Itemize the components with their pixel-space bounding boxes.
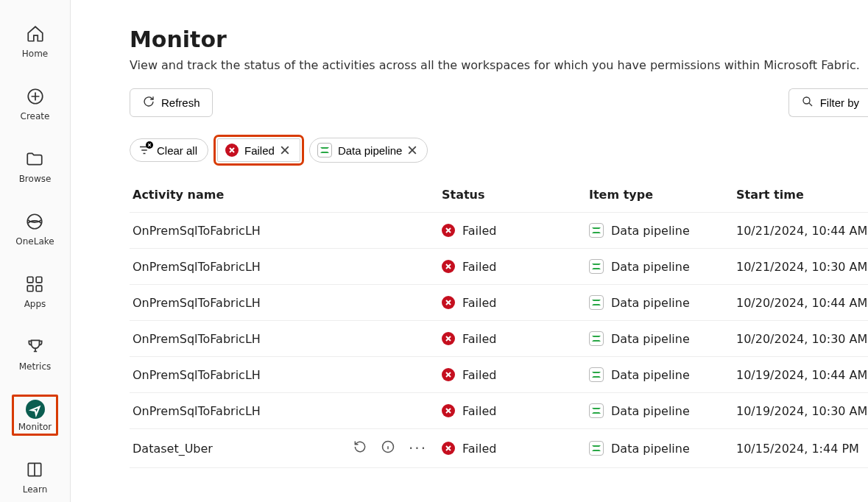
onelake-icon — [25, 212, 44, 233]
nav-item-home[interactable]: Home — [15, 19, 54, 63]
start-time-cell: 10/20/2024, 10:44 AM — [736, 296, 868, 310]
table-row[interactable]: OnPremSqlToFabricLH ··· Failed Data pipe… — [130, 357, 868, 393]
col-status[interactable]: Status — [442, 188, 589, 202]
col-activity-name[interactable]: Activity name — [133, 188, 442, 202]
pipeline-icon — [589, 295, 604, 310]
row-actions: ··· — [353, 439, 427, 457]
item-type-cell: Data pipeline — [611, 368, 690, 382]
pipeline-filter-chip[interactable]: Data pipeline — [309, 138, 428, 163]
failed-status-icon — [442, 404, 455, 417]
filter-clear-icon — [138, 144, 151, 157]
table-row[interactable]: OnPremSqlToFabricLH ··· Failed Data pipe… — [130, 393, 868, 429]
start-time-cell: 10/15/2024, 1:44 PM — [736, 442, 868, 456]
search-icon — [801, 95, 814, 110]
refresh-label: Refresh — [161, 96, 200, 109]
start-time-cell: 10/19/2024, 10:44 AM — [736, 368, 868, 382]
table-row[interactable]: OnPremSqlToFabricLH ··· Failed Data pipe… — [130, 213, 868, 249]
activity-name-cell: OnPremSqlToFabricLH — [133, 296, 261, 310]
item-type-cell: Data pipeline — [611, 442, 690, 456]
info-icon[interactable] — [381, 439, 395, 457]
nav-item-learn[interactable]: Learn — [16, 455, 54, 498]
col-start-time[interactable]: Start time — [736, 188, 868, 202]
pipeline-icon — [317, 143, 332, 158]
svg-rect-2 — [28, 277, 34, 283]
status-cell: Failed — [462, 260, 496, 274]
book-icon — [25, 460, 44, 481]
failed-status-icon — [442, 224, 455, 237]
refresh-button[interactable]: Refresh — [130, 88, 213, 117]
activity-name-cell: OnPremSqlToFabricLH — [133, 404, 261, 418]
start-time-cell: 10/20/2024, 10:30 AM — [736, 332, 868, 346]
apps-icon — [25, 275, 44, 296]
item-type-cell: Data pipeline — [611, 332, 690, 346]
clear-all-label: Clear all — [157, 144, 197, 157]
pipeline-icon — [589, 403, 604, 418]
failed-status-icon — [442, 368, 455, 381]
item-type-cell: Data pipeline — [611, 260, 690, 274]
activity-name-cell: OnPremSqlToFabricLH — [133, 368, 261, 382]
nav-label: Home — [22, 49, 48, 59]
failed-status-icon — [225, 144, 239, 157]
pipeline-chip-label: Data pipeline — [338, 144, 403, 157]
left-nav: Home Create Browse OneLake Apps — [0, 0, 71, 502]
table-row[interactable]: OnPremSqlToFabricLH ··· Failed Data pipe… — [130, 285, 868, 321]
trophy-icon — [26, 337, 45, 358]
pipeline-icon — [589, 259, 604, 274]
status-cell: Failed — [462, 442, 496, 456]
pipeline-icon — [589, 331, 604, 346]
pipeline-icon — [589, 223, 604, 238]
nav-label: Apps — [24, 299, 46, 309]
nav-item-browse[interactable]: Browse — [13, 144, 58, 188]
plus-circle-icon — [26, 87, 45, 108]
page-subtitle: View and track the status of the activit… — [130, 58, 868, 72]
rerun-icon[interactable] — [353, 439, 367, 457]
nav-item-apps[interactable]: Apps — [18, 269, 53, 313]
nav-label: Monitor — [18, 422, 52, 432]
refresh-icon — [142, 95, 155, 110]
nav-label: Browse — [19, 174, 52, 184]
compass-icon — [26, 400, 45, 419]
nav-label: OneLake — [15, 236, 54, 247]
failed-chip-label: Failed — [244, 144, 275, 157]
activity-table: Activity name Status Item type Start tim… — [130, 177, 868, 468]
nav-item-metrics[interactable]: Metrics — [13, 332, 58, 375]
start-time-cell: 10/21/2024, 10:30 AM — [736, 260, 868, 274]
clear-all-chip[interactable]: Clear all — [130, 138, 208, 162]
nav-item-onelake[interactable]: OneLake — [9, 207, 60, 250]
chip-remove-icon[interactable] — [408, 144, 417, 157]
svg-rect-4 — [28, 286, 34, 291]
svg-point-7 — [803, 97, 810, 104]
nav-label: Metrics — [19, 361, 52, 372]
activity-name-cell: Dataset_Uber — [133, 442, 213, 456]
svg-rect-3 — [37, 277, 43, 283]
table-header-row: Activity name Status Item type Start tim… — [130, 177, 868, 213]
pipeline-icon — [589, 367, 604, 382]
status-cell: Failed — [462, 224, 496, 238]
start-time-cell: 10/19/2024, 10:30 AM — [736, 404, 868, 418]
chip-remove-icon[interactable] — [280, 144, 289, 157]
table-row[interactable]: OnPremSqlToFabricLH ··· Failed Data pipe… — [130, 249, 868, 285]
filter-label: Filter by — [820, 96, 859, 109]
status-cell: Failed — [462, 332, 496, 346]
nav-label: Create — [21, 111, 50, 121]
toolbar: Refresh — [130, 88, 868, 117]
table-row[interactable]: Dataset_Uber ··· Failed Data pipeline 10… — [130, 429, 868, 468]
col-item-type[interactable]: Item type — [589, 188, 736, 202]
main-content: Monitor View and track the status of the… — [71, 0, 868, 502]
start-time-cell: 10/21/2024, 10:44 AM — [736, 224, 868, 238]
status-cell: Failed — [462, 368, 496, 382]
table-row[interactable]: OnPremSqlToFabricLH ··· Failed Data pipe… — [130, 321, 868, 357]
page-title: Monitor — [130, 26, 868, 52]
filter-button[interactable]: Filter by — [788, 88, 868, 117]
failed-status-icon — [442, 296, 455, 309]
svg-rect-5 — [37, 286, 43, 291]
filter-chips: Clear all Failed Data pipeline — [130, 138, 868, 163]
nav-item-create[interactable]: Create — [14, 82, 57, 125]
failed-status-icon — [442, 442, 455, 455]
nav-label: Learn — [23, 484, 48, 495]
more-icon[interactable]: ··· — [409, 445, 427, 452]
failed-status-icon — [442, 260, 455, 273]
failed-filter-chip[interactable]: Failed — [217, 138, 300, 162]
status-cell: Failed — [462, 404, 496, 418]
nav-item-monitor[interactable]: Monitor — [12, 395, 59, 436]
